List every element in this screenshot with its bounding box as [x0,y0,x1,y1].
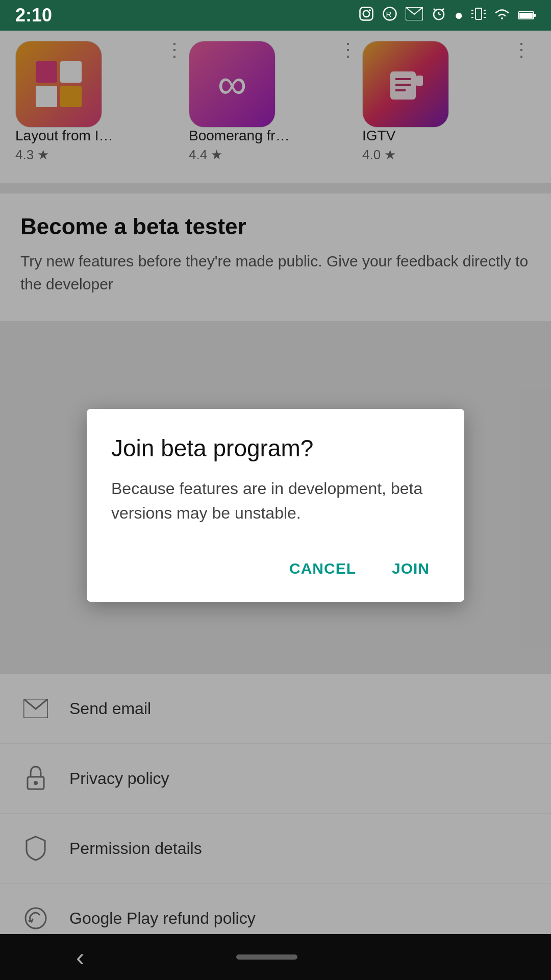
join-beta-dialog: Join beta program? Because features are … [87,409,464,602]
gmail-icon [406,7,423,24]
alarm-icon [431,6,446,25]
dialog-message: Because features are in development, bet… [111,476,440,525]
svg-point-1 [363,10,370,17]
svg-rect-11 [475,8,482,19]
reddit-icon: R [382,6,397,25]
wifi-icon [494,7,510,24]
cancel-button[interactable]: CANCEL [279,551,366,586]
dialog-overlay: Join beta program? Because features are … [0,31,551,980]
vibrate-icon [471,6,486,25]
status-time: 2:10 [15,5,52,26]
notification-dot: ● [455,7,463,23]
svg-line-9 [434,9,436,11]
dialog-actions: CANCEL JOIN [111,551,440,586]
status-icons: R ● [359,6,536,25]
battery-icon [518,7,536,23]
svg-text:R: R [386,10,392,18]
svg-rect-19 [519,13,533,18]
join-button[interactable]: JOIN [382,551,440,586]
svg-line-10 [442,9,444,11]
svg-rect-0 [360,7,373,20]
svg-rect-20 [534,14,536,17]
status-bar: 2:10 R ● [0,0,551,31]
instagram-icon [359,6,374,25]
dialog-title: Join beta program? [111,434,440,462]
svg-point-2 [369,9,371,11]
